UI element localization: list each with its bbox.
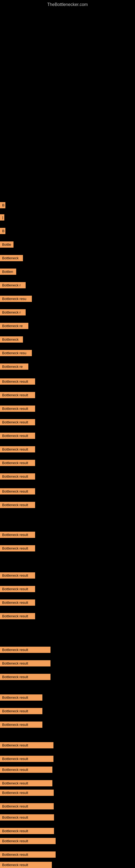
bottleneck-result-item: Bottleneck result (0, 674, 50, 680)
bottleneck-result-item: Bottleneck result (0, 460, 35, 466)
bottleneck-result-item: B (0, 202, 5, 208)
bottleneck-result-item: Bottleneck result (0, 378, 35, 384)
bottleneck-result-item: Bottleneck result (0, 789, 54, 796)
bottleneck-result-item: Bottleneck result (0, 473, 35, 479)
bottleneck-result-item: Bottleneck resu (0, 350, 32, 356)
bottleneck-result-item: Bottleneck resu (0, 296, 32, 302)
bottleneck-result-item: Bottleneck result (0, 742, 53, 748)
bottleneck-result-item: B (0, 228, 5, 234)
bottleneck-result-item: Bottleneck result (0, 488, 35, 495)
bottleneck-result-item: | (0, 214, 4, 220)
site-title: TheBottlenecker.com (0, 0, 135, 8)
bottleneck-result-item: Bottleneck result (0, 532, 35, 538)
bottleneck-result-item: Bottleneck result (0, 599, 35, 606)
bottleneck-result-item: Bottlen (0, 269, 16, 275)
bottleneck-result-item: Bottleneck result (0, 419, 35, 425)
bottleneck-result-item: Bottleneck result (0, 721, 42, 728)
bottleneck-result-item: Bottleneck result (0, 586, 35, 592)
bottleneck-result-item: Bottleneck result (0, 446, 35, 453)
bottleneck-result-item: Bottleneck re (0, 323, 28, 329)
bottleneck-result-item: Bottleneck result (0, 780, 52, 786)
bottleneck-result-item: Bottleneck result (0, 545, 35, 552)
bottleneck-result-item: Bottleneck result (0, 694, 42, 701)
bottleneck-result-item: Bottleneck result (0, 433, 35, 439)
bottleneck-result-item: Bottleneck result (0, 405, 35, 412)
bottleneck-result-item: Bottleneck re (0, 364, 28, 370)
bottleneck-result-item: Bottleneck (0, 336, 23, 343)
bottleneck-result-item: Bottleneck result (0, 862, 52, 868)
bottleneck-result-item: Bottleneck result (0, 838, 56, 844)
bottleneck-result-item: Bottleneck result (0, 660, 50, 666)
bottleneck-result-item: Bottleneck r (0, 309, 26, 315)
bottleneck-result-item: Bottleneck result (0, 647, 50, 653)
bottleneck-result-item: Bottle (0, 241, 13, 248)
bottleneck-result-item: Bottleneck result (0, 392, 35, 398)
bottleneck-result-item: Bottleneck r (0, 282, 26, 288)
bottleneck-result-item: Bottleneck result (0, 814, 54, 820)
bottleneck-result-item: Bottleneck result (0, 502, 35, 508)
bottleneck-result-item: Bottleneck result (0, 851, 56, 858)
bottleneck-result-item: Bottleneck (0, 255, 23, 261)
bottleneck-result-item: Bottleneck result (0, 767, 52, 773)
bottleneck-result-item: Bottleneck result (0, 708, 42, 714)
bottleneck-result-item: Bottleneck result (0, 828, 54, 834)
bottleneck-result-item: Bottleneck result (0, 572, 35, 579)
bottleneck-result-item: Bottleneck result (0, 756, 53, 762)
bottleneck-result-item: Bottleneck result (0, 613, 35, 619)
bottleneck-result-item: Bottleneck result (0, 803, 54, 809)
